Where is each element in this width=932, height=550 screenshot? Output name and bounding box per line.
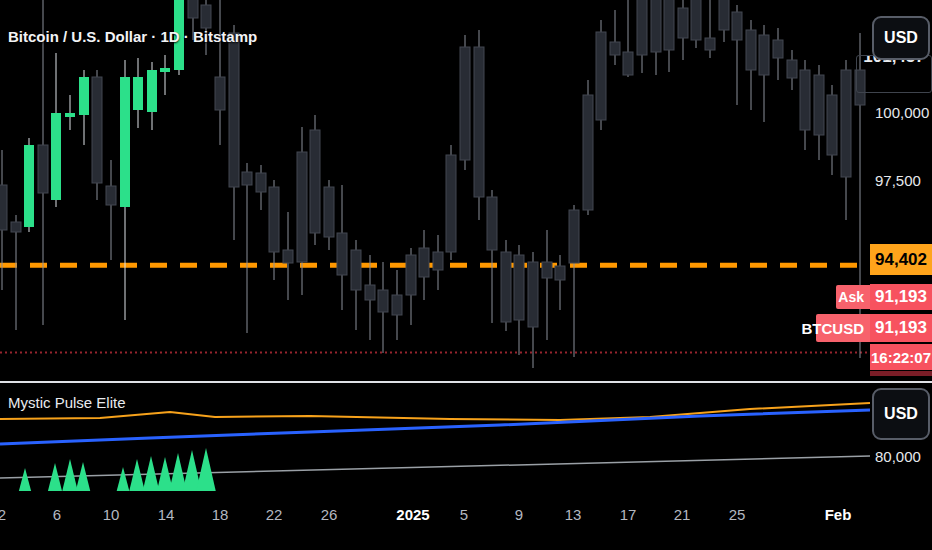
candle[interactable]	[242, 163, 252, 333]
candle[interactable]	[474, 30, 484, 220]
candle[interactable]	[324, 180, 334, 250]
candle[interactable]	[814, 65, 824, 160]
candle-body	[337, 233, 347, 275]
currency-button-main[interactable]: USD	[872, 16, 930, 60]
candle[interactable]	[392, 270, 402, 340]
candle[interactable]	[378, 262, 388, 353]
symbol-tag: BTCUSD	[816, 314, 870, 342]
candle[interactable]	[92, 70, 102, 200]
candle[interactable]	[24, 138, 34, 232]
candle[interactable]	[787, 50, 797, 90]
candle-body	[147, 70, 157, 112]
candle[interactable]	[120, 60, 130, 320]
candle[interactable]	[160, 55, 170, 95]
candle[interactable]	[759, 25, 769, 122]
candle-body	[691, 0, 701, 40]
candle-body	[269, 187, 279, 252]
candle-body	[351, 250, 361, 290]
candle[interactable]	[583, 80, 593, 215]
candle[interactable]	[800, 60, 810, 150]
time-axis-label: 5	[460, 506, 468, 523]
indicator-pane[interactable]	[0, 383, 870, 497]
candle[interactable]	[446, 145, 456, 260]
candle[interactable]	[596, 20, 606, 130]
candle-body	[705, 38, 715, 50]
candle-body	[678, 8, 688, 38]
candle[interactable]	[79, 70, 89, 145]
candle-body	[596, 32, 606, 120]
candle[interactable]	[732, 5, 742, 105]
chart-window: Bitcoin / U.S. Dollar · 1D · Bitstamp My…	[0, 0, 932, 550]
candle[interactable]	[746, 20, 756, 110]
candle[interactable]	[256, 165, 266, 210]
candle[interactable]	[773, 28, 783, 80]
candle[interactable]	[38, 0, 48, 325]
currency-button-indicator[interactable]: USD	[872, 388, 930, 440]
candle[interactable]	[691, 0, 701, 48]
candle-body	[827, 95, 837, 155]
candle[interactable]	[623, 0, 633, 77]
time-axis-label: 17	[620, 506, 637, 523]
candle[interactable]	[460, 35, 470, 170]
candle[interactable]	[0, 150, 7, 290]
candle-body	[365, 285, 375, 300]
candle[interactable]	[528, 252, 538, 368]
candle[interactable]	[351, 240, 361, 330]
candle[interactable]	[229, 25, 239, 240]
candle-body	[283, 250, 293, 263]
candle-body	[406, 255, 416, 295]
candle-body	[514, 255, 524, 320]
time-axis-label: 2025	[396, 506, 429, 523]
time-axis-label: 18	[212, 506, 229, 523]
candle[interactable]	[678, 0, 688, 60]
candle[interactable]	[433, 235, 443, 290]
candle[interactable]	[542, 230, 552, 340]
candle[interactable]	[664, 0, 674, 72]
bar-countdown: 16:22:07	[870, 344, 932, 370]
bullish-signal-triangle	[62, 459, 78, 491]
candle[interactable]	[337, 185, 347, 310]
candle[interactable]	[406, 248, 416, 325]
last-price-label: 91,193	[870, 314, 932, 342]
candle-body	[256, 173, 266, 192]
candle[interactable]	[501, 240, 511, 331]
candle[interactable]	[11, 215, 21, 330]
candle[interactable]	[419, 230, 429, 300]
candle[interactable]	[283, 212, 293, 300]
candle[interactable]	[719, 0, 729, 42]
candle[interactable]	[841, 60, 851, 220]
candle-body	[501, 252, 511, 322]
candle[interactable]	[133, 58, 143, 128]
candle[interactable]	[65, 95, 75, 130]
candle-body	[0, 185, 7, 230]
price-scale[interactable]: 101,457 USD 100,000 97,500 94,402 Ask 91…	[870, 0, 932, 550]
candle[interactable]	[514, 245, 524, 355]
candle[interactable]	[827, 85, 837, 175]
candle[interactable]	[297, 127, 307, 295]
orange-ma	[0, 403, 870, 420]
time-scale[interactable]: 26101418222620255913172125Feb	[0, 497, 932, 550]
candle-body	[433, 252, 443, 270]
candle[interactable]	[365, 255, 375, 340]
pane-divider[interactable]	[0, 381, 932, 383]
candle[interactable]	[487, 190, 497, 323]
main-price-pane[interactable]	[0, 0, 870, 381]
candle[interactable]	[651, 0, 661, 75]
candle[interactable]	[215, 0, 225, 145]
candle[interactable]	[637, 0, 647, 73]
candle-body	[324, 187, 334, 237]
symbol-title[interactable]: Bitcoin / U.S. Dollar · 1D · Bitstamp	[8, 28, 257, 45]
candle[interactable]	[147, 62, 157, 130]
ask-tag: Ask	[836, 285, 870, 309]
candle[interactable]	[610, 10, 620, 65]
candle[interactable]	[705, 0, 715, 58]
indicator-title[interactable]: Mystic Pulse Elite	[8, 394, 126, 411]
candle-body	[542, 262, 552, 278]
candle[interactable]	[106, 160, 116, 260]
candle-body	[51, 113, 61, 200]
candle[interactable]	[569, 205, 579, 357]
candle-body	[487, 197, 497, 250]
candle[interactable]	[51, 53, 61, 207]
candle[interactable]	[310, 115, 320, 245]
candle-body	[242, 172, 252, 185]
